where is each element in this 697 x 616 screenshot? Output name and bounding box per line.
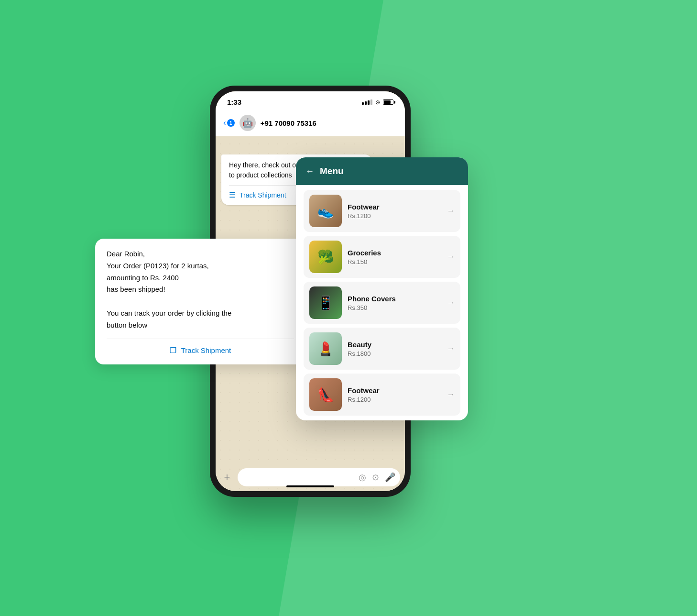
phone-covers-price: Rs.350 xyxy=(348,304,441,311)
phone-covers-name: Phone Covers xyxy=(348,295,441,303)
home-indicator xyxy=(286,485,334,487)
beauty-arrow-icon: → xyxy=(447,344,455,353)
wifi-icon: ⊝ xyxy=(375,99,380,106)
phone-covers-info: Phone Covers Rs.350 xyxy=(348,295,441,311)
menu-item-footwear-1[interactable]: 👟 Footwear Rs.1200 → xyxy=(304,190,460,232)
notification-badge: 1 xyxy=(227,119,235,127)
footwear-2-price: Rs.1200 xyxy=(348,396,441,403)
second-track-shipment-label: Track Shipment xyxy=(181,346,231,354)
signal-bar-4 xyxy=(370,99,372,105)
contact-avatar: 🤖 xyxy=(240,115,256,131)
whatsapp-header: ‹ 1 🤖 +91 70090 75316 xyxy=(216,110,405,136)
second-message-bubble: Dear Robin, Your Order (P0123) for 2 kur… xyxy=(95,239,305,364)
second-track-shipment-button[interactable]: ❐ Track Shipment xyxy=(107,339,294,355)
phone-covers-arrow-icon: → xyxy=(447,298,455,307)
external-link-icon: ❐ xyxy=(170,346,176,355)
menu-item-groceries[interactable]: 🥦 Groceries Rs.150 → xyxy=(304,236,460,278)
footwear-2-arrow-icon: → xyxy=(447,390,455,399)
battery-icon xyxy=(383,99,393,105)
message-input[interactable]: ◎ ⊙ 🎤 xyxy=(238,468,400,486)
menu-title: Menu xyxy=(320,166,344,176)
footwear-1-price: Rs.1200 xyxy=(348,212,441,220)
list-icon: ☰ xyxy=(229,190,236,199)
footwear-1-name: Footwear xyxy=(348,203,441,211)
contact-name: +91 70090 75316 xyxy=(261,119,316,127)
chat-input-area: + ◎ ⊙ 🎤 xyxy=(220,468,400,486)
menu-items-list: 👟 Footwear Rs.1200 → 🥦 Groceries Rs.150 … xyxy=(296,185,468,420)
groceries-name: Groceries xyxy=(348,249,441,257)
first-track-shipment-label: Track Shipment xyxy=(240,191,286,199)
menu-back-icon[interactable]: ← xyxy=(305,166,314,176)
mic-icon: 🎤 xyxy=(385,472,395,483)
groceries-arrow-icon: → xyxy=(447,253,455,261)
camera-icon: ⊙ xyxy=(372,472,379,483)
groceries-image: 🥦 xyxy=(309,241,342,273)
beauty-price: Rs.1800 xyxy=(348,350,441,357)
status-icons: ⊝ xyxy=(362,99,393,106)
scene-container: 1:33 ⊝ ‹ 1 xyxy=(133,57,564,559)
footwear-2-info: Footwear Rs.1200 xyxy=(348,386,441,403)
signal-bar-2 xyxy=(365,101,367,105)
second-message-text: Dear Robin, Your Order (P0123) for 2 kur… xyxy=(107,248,294,331)
menu-item-phone-covers[interactable]: 📱 Phone Covers Rs.350 → xyxy=(304,282,460,324)
menu-item-beauty[interactable]: 💄 Beauty Rs.1800 → xyxy=(304,328,460,370)
battery-fill xyxy=(384,100,391,104)
phone-covers-image: 📱 xyxy=(309,286,342,319)
groceries-info: Groceries Rs.150 xyxy=(348,249,441,265)
back-button[interactable]: ‹ 1 xyxy=(223,118,235,128)
beauty-name: Beauty xyxy=(348,341,441,349)
signal-bar-3 xyxy=(368,100,370,105)
menu-item-footwear-2[interactable]: 👠 Footwear Rs.1200 → xyxy=(304,374,460,416)
signal-bar-1 xyxy=(362,102,364,105)
groceries-price: Rs.150 xyxy=(348,258,441,265)
beauty-info: Beauty Rs.1800 xyxy=(348,341,441,357)
sticker-icon: ◎ xyxy=(359,472,366,483)
footwear-1-image: 👟 xyxy=(309,195,342,227)
menu-card: ← Menu 👟 Footwear Rs.1200 → 🥦 xyxy=(296,157,468,420)
status-bar: 1:33 ⊝ xyxy=(216,91,405,110)
beauty-image: 💄 xyxy=(309,332,342,365)
footwear-1-arrow-icon: → xyxy=(447,207,455,215)
menu-header: ← Menu xyxy=(296,157,468,185)
status-time: 1:33 xyxy=(227,98,241,106)
attach-icon[interactable]: + xyxy=(220,471,234,484)
signal-icon xyxy=(362,99,372,105)
chevron-left-icon: ‹ xyxy=(223,118,226,128)
footwear-2-name: Footwear xyxy=(348,386,441,395)
footwear-1-info: Footwear Rs.1200 xyxy=(348,203,441,220)
footwear-2-image: 👠 xyxy=(309,378,342,411)
